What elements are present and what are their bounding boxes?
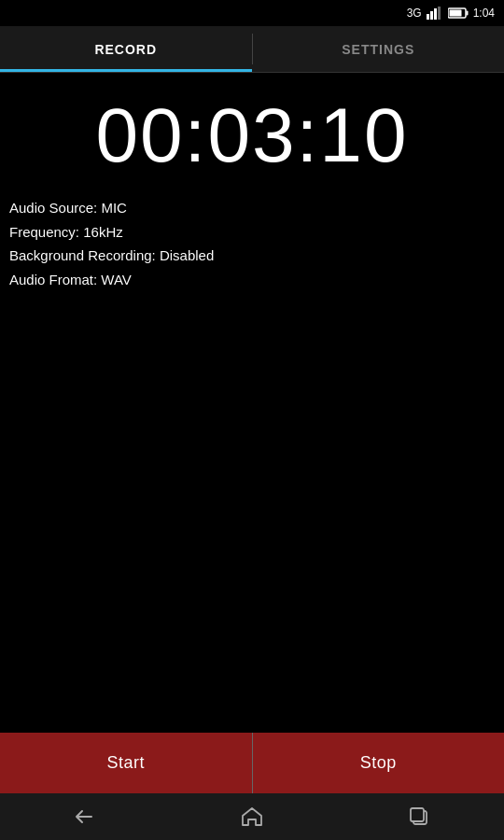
home-icon [241, 806, 263, 827]
tab-record[interactable]: RECORD [0, 26, 252, 72]
recents-icon [409, 806, 431, 827]
info-background-recording: Background Recording: Disabled [9, 244, 495, 268]
network-indicator: 3G [407, 7, 422, 20]
back-nav-button[interactable] [56, 798, 112, 835]
tab-bar: RECORD SETTINGS [0, 26, 504, 73]
home-nav-button[interactable] [224, 798, 280, 835]
svg-rect-8 [411, 808, 424, 821]
svg-rect-5 [466, 11, 468, 16]
bottom-button-bar: Start Stop [0, 733, 504, 793]
recents-nav-button[interactable] [392, 798, 448, 835]
timer-display: 00:03:10 [95, 91, 408, 179]
status-icons: 3G 1:04 [407, 7, 495, 20]
svg-rect-1 [430, 11, 433, 20]
status-bar: 3G 1:04 [0, 0, 504, 26]
svg-rect-6 [449, 10, 461, 17]
clock: 1:04 [473, 7, 495, 20]
tab-settings[interactable]: SETTINGS [253, 26, 505, 72]
info-frequency: Frequency: 16kHz [9, 220, 495, 245]
info-audio-format: Audio Fromat: WAV [9, 268, 495, 292]
main-content: 00:03:10 Audio Source: MIC Frequency: 16… [0, 73, 504, 299]
back-icon [73, 807, 95, 826]
battery-icon [448, 7, 469, 19]
stop-button[interactable]: Stop [253, 733, 505, 793]
info-section: Audio Source: MIC Frequency: 16kHz Backg… [0, 189, 504, 299]
svg-rect-0 [427, 14, 429, 20]
tab-active-indicator [0, 69, 252, 72]
timer-section: 00:03:10 [0, 73, 504, 189]
info-audio-source: Audio Source: MIC [9, 196, 495, 220]
start-button[interactable]: Start [0, 733, 252, 793]
nav-bar [0, 793, 504, 840]
svg-rect-3 [438, 7, 441, 20]
svg-rect-2 [434, 8, 437, 20]
signal-icon [427, 7, 443, 20]
